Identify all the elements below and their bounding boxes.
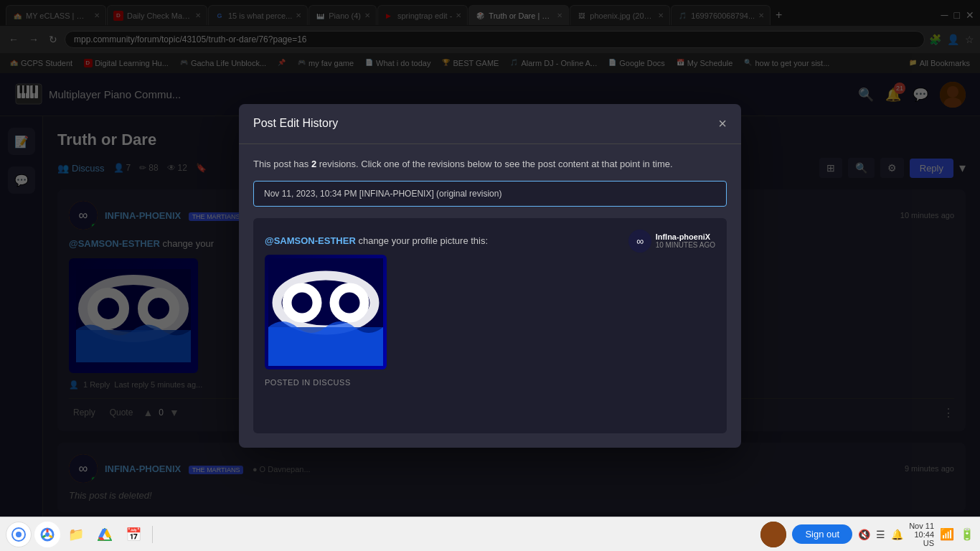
svg-point-26	[334, 288, 364, 318]
taskbar-calendar-icon[interactable]: 📅	[121, 522, 146, 547]
wifi-icon: 📶	[940, 527, 954, 541]
revision-item-1[interactable]: Nov 11, 2023, 10:34 PM [INFINA-PHOENIX] …	[253, 181, 727, 207]
revision-author-avatar: ∞	[628, 230, 651, 253]
modal-overlay: Post Edit History × This post has 2 revi…	[0, 0, 980, 551]
modal-desc-suffix: revisions. Click one of the revisions be…	[316, 159, 672, 169]
revision-author-details: InfIna-phoeniX 10 MINUTES AGO	[656, 232, 715, 249]
revision-image	[265, 255, 387, 369]
taskbar-divider	[152, 526, 153, 543]
svg-point-31	[45, 532, 50, 537]
modal-body: This post has 2 revisions. Click one of …	[239, 144, 741, 448]
svg-point-39	[760, 522, 786, 547]
modal-close-btn[interactable]: ×	[718, 116, 727, 132]
svg-text:∞: ∞	[636, 235, 644, 247]
notifications-icon[interactable]: 🔔	[891, 529, 903, 540]
volume-icon[interactable]: 🔇	[858, 529, 870, 540]
revision-text: change your profile picture this:	[358, 235, 488, 246]
post-edit-history-modal: Post Edit History × This post has 2 revi…	[239, 104, 741, 448]
revision-item-1-label: Nov 11, 2023, 10:34 PM [INFINA-PHOENIX] …	[264, 189, 501, 199]
system-icons: 🔇 ☰ 🔔	[858, 529, 903, 540]
system-datetime: Nov 11 10:44 US	[909, 522, 934, 547]
start-button[interactable]	[6, 522, 32, 547]
posted-in-label: POSTED IN DISCUSS	[265, 378, 715, 387]
taskbar-chrome-icon[interactable]	[34, 522, 60, 547]
taskbar-profile-area	[760, 522, 786, 547]
modal-description: This post has 2 revisions. Click one of …	[253, 159, 727, 169]
taskbar-drive-icon[interactable]	[92, 522, 118, 547]
system-time: 10:44	[909, 530, 934, 539]
taskbar-menu-icon[interactable]: ☰	[876, 529, 885, 540]
taskbar-avatar[interactable]	[760, 522, 786, 547]
taskbar: 📁 📅 Sign out 🔇 ☰ 🔔 Nov 11 10:44 US	[0, 517, 980, 551]
modal-title: Post Edit History	[253, 117, 338, 130]
svg-point-25	[287, 288, 317, 318]
system-region: US	[909, 539, 934, 547]
revision-content-area: ∞ InfIna-phoeniX 10 MINUTES AGO @SAMSON-…	[253, 218, 727, 433]
sign-out-button[interactable]: Sign out	[792, 524, 852, 544]
modal-desc-prefix: This post has	[253, 159, 311, 169]
system-date: Nov 11	[909, 522, 934, 530]
taskbar-right: Sign out 🔇 ☰ 🔔 Nov 11 10:44 US 📶 🔋	[760, 522, 974, 547]
taskbar-files-icon[interactable]: 📁	[63, 522, 89, 547]
svg-point-29	[16, 532, 22, 537]
revision-author-name: InfIna-phoeniX	[656, 232, 715, 241]
revision-author-area: ∞ InfIna-phoeniX 10 MINUTES AGO	[628, 230, 715, 253]
revision-author-time: 10 MINUTES AGO	[656, 241, 715, 249]
modal-header: Post Edit History ×	[239, 104, 741, 144]
revision-mention: @SAMSON-ESTHER	[265, 235, 356, 246]
battery-icon: 🔋	[960, 527, 974, 541]
